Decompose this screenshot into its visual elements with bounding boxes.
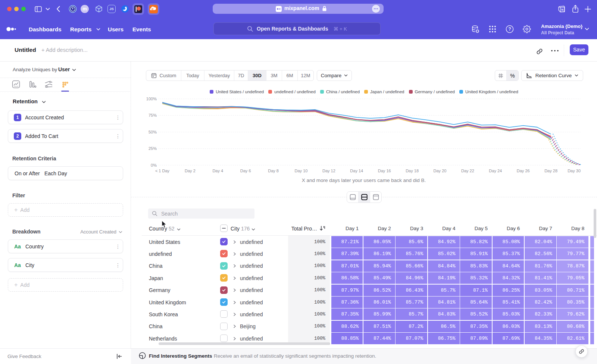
svg-text:75%: 75%: [149, 113, 157, 117]
svg-text:X and more days later your use: X and more days later your users came ba…: [302, 178, 426, 183]
svg-text:50%: 50%: [149, 130, 157, 134]
svg-text:Day 16: Day 16: [378, 169, 391, 173]
svg-text:Day 28: Day 28: [544, 169, 557, 173]
svg-text:Day 6: Day 6: [240, 169, 251, 173]
svg-text:25%: 25%: [149, 146, 157, 151]
svg-text:Day 14: Day 14: [350, 169, 363, 173]
svg-text:Day 8: Day 8: [268, 169, 279, 173]
svg-text:Day 22: Day 22: [461, 169, 474, 173]
svg-text:Day 10: Day 10: [295, 169, 308, 173]
svg-text:Day 26: Day 26: [517, 169, 530, 173]
svg-text:?: ?: [508, 26, 511, 32]
svg-text:Day 4: Day 4: [212, 169, 223, 173]
svg-text:Day 2: Day 2: [185, 169, 196, 173]
svg-text:Day 24: Day 24: [489, 169, 502, 173]
svg-text:Day 30: Day 30: [568, 169, 581, 173]
svg-text:Day 20: Day 20: [434, 169, 447, 173]
svg-text:N: N: [561, 8, 563, 12]
svg-text:0%: 0%: [151, 163, 157, 167]
svg-text:Day 18: Day 18: [406, 169, 419, 173]
svg-text:100%: 100%: [146, 97, 157, 101]
svg-text:< 1 Day: < 1 Day: [155, 169, 170, 173]
svg-text:Day 12: Day 12: [322, 169, 335, 173]
